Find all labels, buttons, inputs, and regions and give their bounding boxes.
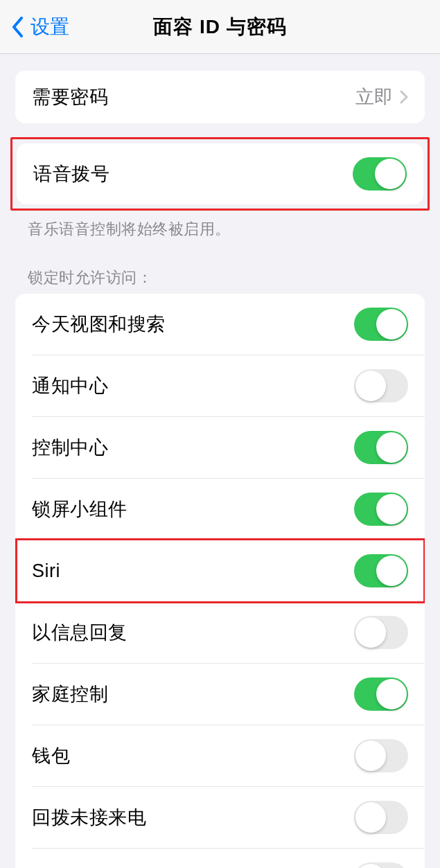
lock-access-label: Siri [32, 560, 60, 582]
lock-access-toggle[interactable] [354, 369, 408, 402]
lock-access-label: 钱包 [32, 743, 70, 768]
chevron-left-icon [11, 17, 24, 37]
require-passcode-value: 立即 [355, 85, 393, 109]
lock-access-row: 锁屏小组件 [32, 478, 425, 540]
lock-access-row: Siri [32, 540, 425, 601]
navigation-bar: 设置 面容 ID 与密码 [0, 0, 440, 54]
lock-access-toggle[interactable] [354, 554, 408, 587]
lock-access-label: 以信息回复 [32, 620, 127, 645]
lock-access-row: 钱包 [32, 725, 425, 786]
lock-access-header: 锁定时允许访问： [0, 240, 440, 294]
voice-dial-section: 语音拨号 [17, 143, 423, 204]
lock-access-section: 今天视图和搜索通知中心控制中心锁屏小组件Siri以信息回复家庭控制钱包回拨未接来… [15, 294, 425, 868]
lock-access-row: 回拨未接来电 [32, 786, 425, 848]
lock-access-row: 家庭控制 [32, 663, 425, 725]
page-title: 面容 ID 与密码 [153, 14, 287, 40]
voice-dial-highlight: 语音拨号 [10, 137, 430, 211]
require-passcode-row[interactable]: 需要密码 立即 [15, 71, 425, 123]
lock-access-toggle[interactable] [354, 493, 408, 526]
lock-access-toggle[interactable] [354, 616, 408, 649]
voice-dial-row: 语音拨号 [17, 143, 423, 204]
lock-access-row: 今天视图和搜索 [15, 294, 425, 355]
lock-access-toggle[interactable] [354, 677, 408, 711]
lock-access-toggle[interactable] [354, 862, 408, 868]
back-label: 设置 [30, 14, 69, 40]
lock-access-row: 控制中心 [32, 416, 425, 478]
voice-dial-footer: 音乐语音控制将始终被启用。 [0, 211, 440, 240]
lock-access-row: 通知中心 [32, 355, 425, 416]
lock-access-row: USB 配件 [32, 848, 425, 868]
voice-dial-label: 语音拨号 [33, 161, 109, 186]
lock-access-toggle[interactable] [354, 801, 408, 834]
lock-access-label: 锁屏小组件 [32, 497, 127, 522]
require-passcode-label: 需要密码 [32, 85, 108, 109]
chevron-right-icon [400, 90, 408, 104]
lock-access-label: 回拨未接来电 [32, 805, 146, 830]
lock-access-toggle[interactable] [354, 308, 408, 341]
lock-access-row: 以信息回复 [32, 601, 425, 663]
voice-dial-toggle[interactable] [353, 157, 407, 191]
require-passcode-section: 需要密码 立即 [15, 71, 425, 123]
lock-access-label: 通知中心 [32, 373, 108, 398]
lock-access-label: 家庭控制 [32, 682, 108, 707]
lock-access-label: 今天视图和搜索 [32, 312, 166, 337]
lock-access-toggle[interactable] [354, 431, 408, 464]
back-button[interactable]: 设置 [7, 14, 69, 40]
lock-access-label: 控制中心 [32, 435, 108, 460]
lock-access-toggle[interactable] [354, 739, 408, 772]
